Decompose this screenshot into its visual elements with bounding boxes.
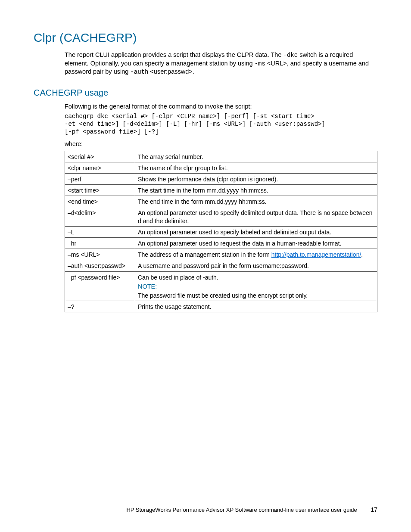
note-label: NOTE: bbox=[138, 283, 374, 291]
table-row: –hr An optional parameter used to reques… bbox=[65, 238, 377, 249]
page-number: 17 bbox=[371, 506, 377, 513]
param-desc: Prints the usage statement. bbox=[135, 301, 377, 312]
param-desc: An optional parameter used to specify la… bbox=[135, 226, 377, 237]
param-table: <serial #> The array serial number. <clp… bbox=[65, 151, 377, 312]
ms-desc-post: . bbox=[361, 251, 363, 258]
table-row: <start time> The start time in the form … bbox=[65, 185, 377, 196]
dkc-code: -dkc bbox=[283, 52, 298, 59]
param-desc: A username and password pair in the form… bbox=[135, 260, 377, 271]
param-desc: Shows the performance data (clpr option … bbox=[135, 173, 377, 184]
param-desc: The name of the clpr group to list. bbox=[135, 162, 377, 173]
param-desc: An optional parameter used to specify de… bbox=[135, 207, 377, 226]
heading-1: Clpr (CACHEGRP) bbox=[34, 30, 377, 46]
intro-pre: The report CLUI application provides a s… bbox=[65, 51, 283, 58]
param-name: –hr bbox=[65, 238, 135, 249]
usage-code: cachegrp dkc <serial #> [-clpr <CLPR nam… bbox=[65, 112, 377, 136]
param-name: <serial #> bbox=[65, 151, 135, 162]
intro-block: The report CLUI application provides a s… bbox=[65, 51, 377, 76]
table-row: –ms <URL> The address of a management st… bbox=[65, 249, 377, 260]
param-name: –d<delim> bbox=[65, 207, 135, 226]
page: Clpr (CACHEGRP) The report CLUI applicat… bbox=[0, 0, 411, 532]
heading-2: CACHEGRP usage bbox=[34, 87, 377, 98]
param-name: –pf <password file> bbox=[65, 271, 135, 301]
table-row: <serial #> The array serial number. bbox=[65, 151, 377, 162]
param-desc: The array serial number. bbox=[135, 151, 377, 162]
table-row: –perf Shows the performance data (clpr o… bbox=[65, 173, 377, 184]
param-name: <start time> bbox=[65, 185, 135, 196]
table-row: –? Prints the usage statement. bbox=[65, 301, 377, 312]
pf-line2: The password file must be created using … bbox=[138, 292, 374, 299]
table-row: –auth <user:passwd> A username and passw… bbox=[65, 260, 377, 271]
param-desc: The start time in the form mm.dd.yyyy hh… bbox=[135, 185, 377, 196]
table-row: <end time> The end time in the form mm.d… bbox=[65, 196, 377, 207]
param-desc: An optional parameter used to request th… bbox=[135, 238, 377, 249]
table-row: –L An optional parameter used to specify… bbox=[65, 226, 377, 237]
param-name: –L bbox=[65, 226, 135, 237]
intro-post-auth: <user:passwd>. bbox=[148, 68, 194, 75]
pf-line1: Can be used in place of -auth. bbox=[138, 274, 374, 281]
table-row: <clpr name> The name of the clpr group t… bbox=[65, 162, 377, 173]
where-label: where: bbox=[65, 140, 377, 148]
footer: HP StorageWorks Performance Advisor XP S… bbox=[34, 506, 377, 514]
param-name: –? bbox=[65, 301, 135, 312]
usage-intro: Following is the general format of the c… bbox=[65, 103, 377, 111]
param-desc: Can be used in place of -auth. NOTE: The… bbox=[135, 271, 377, 301]
table-row: –pf <password file> Can be used in place… bbox=[65, 271, 377, 301]
management-url-link[interactable]: http://path.to.managementstation/ bbox=[271, 251, 361, 258]
footer-text: HP StorageWorks Performance Advisor XP S… bbox=[126, 507, 357, 513]
table-row: –d<delim> An optional parameter used to … bbox=[65, 207, 377, 226]
param-name: –ms <URL> bbox=[65, 249, 135, 260]
ms-code: -ms bbox=[255, 60, 265, 67]
param-name: <clpr name> bbox=[65, 162, 135, 173]
param-name: –auth <user:passwd> bbox=[65, 260, 135, 271]
param-name: <end time> bbox=[65, 196, 135, 207]
intro-text: The report CLUI application provides a s… bbox=[65, 51, 377, 76]
ms-desc-pre: The address of a management station in t… bbox=[138, 251, 271, 258]
usage-block: Following is the general format of the c… bbox=[65, 103, 377, 312]
param-desc: The address of a management station in t… bbox=[135, 249, 377, 260]
auth-code: -auth bbox=[130, 68, 148, 75]
param-desc: The end time in the form mm.dd.yyyy hh:m… bbox=[135, 196, 377, 207]
param-name: –perf bbox=[65, 173, 135, 184]
